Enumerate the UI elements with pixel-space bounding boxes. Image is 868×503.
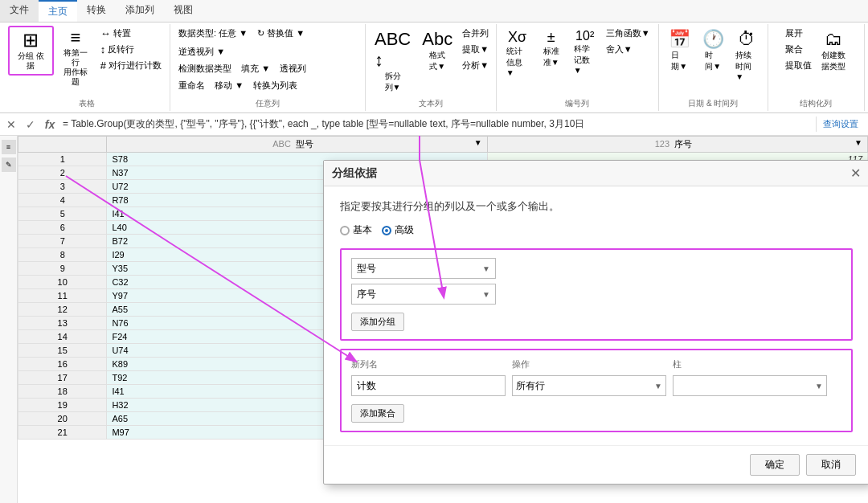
agg-col2-header: 操作: [512, 358, 673, 370]
sci-btn[interactable]: 10² 科学记数▼: [569, 26, 601, 78]
stats-btn[interactable]: Xσ 统计信息▼: [502, 26, 534, 80]
convert-list-btn[interactable]: 转换为列表: [250, 78, 301, 93]
extract-btn[interactable]: 提取▼: [459, 42, 492, 57]
first-row-label: 将第一行用作标题: [60, 48, 91, 87]
stats-label: 统计信息▼: [506, 46, 529, 77]
time-btn[interactable]: 🕐 时间▼: [697, 26, 729, 76]
group-field-2-select[interactable]: 序号 ▼: [351, 284, 496, 305]
date-label: 日期▼: [671, 50, 687, 72]
dialog-title-bar: 分组依据 ✕: [324, 161, 868, 186]
group-by-label: 分组 依据: [14, 51, 47, 71]
group-field-1-select[interactable]: 型号 ▼: [351, 258, 496, 279]
agg-col1-header: 新列名: [351, 358, 512, 370]
dialog-close-btn[interactable]: ✕: [850, 166, 861, 181]
reverse-btn[interactable]: ↕反转行: [97, 42, 165, 57]
table-small-items: ↔转置 ↕反转行 #对行进行计数: [97, 26, 165, 73]
data-type-btn[interactable]: 数据类型: 任意 ▼: [175, 26, 251, 41]
dialog-footer: 确定 取消: [324, 445, 868, 484]
ribbon-group-anycol: 数据类型: 任意 ▼ ↻ 替换值 ▼ 逆透视列 ▼ 检测数据类型 填充 ▼ 透视…: [170, 24, 366, 111]
split-col-label: 拆分列▼: [385, 71, 401, 93]
anycol-group-label: 任意列: [256, 96, 280, 109]
add-group-btn[interactable]: 添加分组: [351, 313, 404, 331]
main-area: ≡ ✎ ABC 型号 ▼ 123 序号: [0, 136, 868, 503]
reverse-view-btn[interactable]: 逆透视列 ▼: [175, 44, 228, 59]
expand-btn[interactable]: 展开: [782, 26, 815, 41]
tab-add-col[interactable]: 添加列: [116, 0, 164, 22]
agg-column-select[interactable]: ▼: [673, 375, 827, 396]
formula-confirm-btn[interactable]: ✓: [23, 117, 39, 133]
tab-transform[interactable]: 转换: [77, 0, 116, 22]
ribbon-group-textcol: ABC↕ 拆分列▼ Abc 格式式▼ 合并列 提取▼ 分析▼ 文本列: [366, 24, 496, 111]
duration-btn[interactable]: ⏱ 持续时间▼: [731, 26, 763, 84]
radio-basic[interactable]: [340, 226, 350, 235]
structured-items: 展开 聚合 提取值 🗂 创建数据类型: [782, 26, 850, 96]
mode-advanced[interactable]: 高级: [382, 223, 414, 237]
first-row-button[interactable]: ≡ 将第一行用作标题: [55, 26, 96, 90]
aggregate-ribbon-btn[interactable]: 聚合: [782, 42, 815, 57]
dialog-subtitle: 指定要按其进行分组的列以及一个或多个输出。: [340, 199, 853, 214]
tab-view[interactable]: 视图: [164, 0, 203, 22]
dialog-title: 分组依据: [332, 166, 377, 181]
move-btn[interactable]: 移动 ▼: [211, 78, 247, 93]
date-items: 📅 日期▼ 🕐 时间▼ ⏱ 持续时间▼: [663, 26, 763, 96]
ribbon-group-numcol: Xσ 统计信息▼ ± 标准准▼ 10² 科学记数▼ 三角函数▼ 舍入▼ 编号列: [497, 24, 659, 111]
mode-basic[interactable]: 基本: [340, 223, 372, 237]
tab-file[interactable]: 文件: [0, 0, 39, 22]
textcol-group-label: 文本列: [419, 96, 443, 109]
query-settings-btn[interactable]: 查询设置: [816, 117, 865, 132]
cancel-btn[interactable]: 取消: [806, 454, 856, 476]
ribbon-group-table: ⊞ 分组 依据 ≡ 将第一行用作标题 ↔转置 ↕反转行 #对行进行计数 表格: [3, 24, 170, 111]
agg-name-input[interactable]: [351, 375, 506, 396]
count-rows-btn[interactable]: #对行进行计数: [97, 58, 165, 73]
structured-group-label: 结构化列: [800, 96, 832, 109]
add-aggregate-btn[interactable]: 添加聚合: [351, 404, 404, 423]
side-icon-1[interactable]: ≡: [2, 140, 16, 154]
group-section: 型号 ▼ 序号 ▼ 添加分组: [340, 248, 853, 341]
detect-type-btn[interactable]: 检测数据类型: [175, 61, 235, 76]
agg-operation-arrow: ▼: [654, 382, 662, 391]
agg-header: 新列名 操作 柱: [351, 358, 841, 370]
tab-home[interactable]: 主页: [39, 0, 77, 22]
mode-advanced-label: 高级: [395, 223, 414, 237]
time-icon: 🕐: [702, 29, 724, 50]
formula-text: = Table.Group(更改的类型, {"型号", "序号"}, {{"计数…: [63, 117, 816, 131]
date-btn[interactable]: 📅 日期▼: [663, 26, 695, 76]
rename-btn[interactable]: 重命名: [175, 78, 208, 93]
confirm-btn[interactable]: 确定: [750, 454, 800, 476]
standard-btn[interactable]: ± 标准准▼: [535, 26, 567, 72]
create-type-btn[interactable]: 🗂 创建数据类型: [817, 26, 850, 76]
stats-icon: Xσ: [508, 29, 526, 46]
formula-fx-btn[interactable]: fx: [42, 117, 58, 133]
side-icon-2[interactable]: ✎: [2, 157, 16, 172]
numcol-items: Xσ 统计信息▼ ± 标准准▼ 10² 科学记数▼ 三角函数▼ 舍入▼: [502, 26, 653, 96]
replace-val-btn[interactable]: ↻ 替换值 ▼: [254, 26, 308, 41]
parse-btn[interactable]: 分析▼: [459, 58, 492, 73]
split-col-btn[interactable]: ABC↕ 拆分列▼: [370, 26, 416, 96]
trig-btn[interactable]: 三角函数▼: [603, 26, 653, 41]
agg-operation-select[interactable]: 所有行 ▼: [512, 375, 666, 396]
group-by-icon: ⊞: [23, 31, 39, 50]
numcol-small: 三角函数▼ 舍入▼: [603, 26, 653, 57]
group-by-button[interactable]: ⊞ 分组 依据: [8, 26, 54, 76]
transparent-btn[interactable]: 透视列: [276, 61, 309, 76]
numcol-group-label: 编号列: [565, 96, 589, 109]
fill-btn[interactable]: 填充 ▼: [238, 61, 273, 76]
table-group-label: 表格: [79, 96, 95, 109]
textcol-small: 合并列 提取▼ 分析▼: [459, 26, 492, 73]
transpose-btn[interactable]: ↔转置: [97, 26, 165, 41]
ribbon-content: ⊞ 分组 依据 ≡ 将第一行用作标题 ↔转置 ↕反转行 #对行进行计数 表格 数…: [0, 22, 868, 112]
group-field-1-value: 型号: [357, 262, 376, 276]
radio-advanced[interactable]: [382, 226, 391, 235]
ribbon-group-date: 📅 日期▼ 🕐 时间▼ ⏱ 持续时间▼ 日期 & 时间列: [659, 24, 768, 111]
create-type-icon: 🗂: [825, 29, 842, 50]
merge-col-btn[interactable]: 合并列: [459, 26, 492, 41]
split-col-icon: ABC↕: [375, 29, 411, 71]
formula-cancel-btn[interactable]: ✕: [3, 117, 19, 133]
group-field-2-arrow: ▼: [482, 290, 490, 299]
format-btn[interactable]: Abc 格式式▼: [417, 26, 457, 76]
round-btn[interactable]: 舍入▼: [603, 42, 653, 57]
group-by-dialog: 分组依据 ✕ 指定要按其进行分组的列以及一个或多个输出。 基本 高级: [323, 160, 868, 485]
mode-basic-label: 基本: [353, 223, 372, 237]
extract-val-btn[interactable]: 提取值: [782, 58, 815, 73]
agg-row-1: 所有行 ▼ ▼: [351, 375, 841, 396]
